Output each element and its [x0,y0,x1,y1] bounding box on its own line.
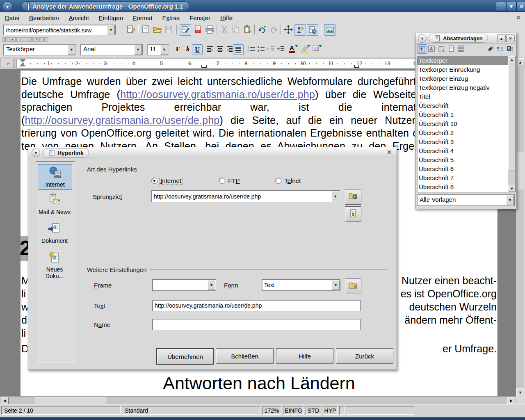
menu-extras[interactable]: Extras [158,13,185,23]
tab-stop-marker[interactable] [354,65,359,68]
url-input[interactable] [4,25,110,36]
window-menu-button[interactable]: ▼ [2,1,13,12]
redo-icon[interactable] [268,24,279,35]
url-field[interactable]: ▼ [3,25,116,35]
bullet-list-icon[interactable] [256,44,266,54]
radio-telnet[interactable]: Telnet [275,177,302,184]
online-layout-icon[interactable] [307,24,318,36]
indent-marker[interactable] [19,59,26,66]
target-combo[interactable]: ▼ [151,190,340,202]
style-item[interactable]: Textkörper Einzug [417,74,515,83]
style-item[interactable]: Überschrift 4 [417,146,515,155]
status-insert-mode[interactable]: EINFG [283,406,304,415]
update-style-icon[interactable]: ¶ [506,44,515,53]
align-justify-icon[interactable] [233,44,244,55]
frame-styles-icon[interactable] [437,44,446,53]
scroll-down-button[interactable]: ▼ [508,185,516,192]
size-dropdown-arrow[interactable]: ▼ [160,45,168,55]
horizontal-scrollbar[interactable]: ◀ ▶ [0,396,516,404]
menu-datei[interactable]: Datei [0,13,24,23]
status-pagestyle[interactable]: Standard [122,406,260,415]
hyperlink-bar-icon[interactable] [294,24,306,36]
hyperlink-text[interactable]: http://oosurvey.gratismania.ro/user/de.p… [25,114,220,126]
export-pdf-icon[interactable]: PDF [193,24,203,35]
undo-icon[interactable] [257,24,267,35]
style-item[interactable]: Überschrift [417,101,515,110]
form-input[interactable] [262,280,333,290]
save-icon[interactable] [163,24,174,35]
font-name-combo[interactable]: Arial ▼ [80,44,143,55]
direct-cursor-icon[interactable] [283,24,294,35]
increase-indent-icon[interactable] [276,44,285,54]
menu-ansicht[interactable]: Ansicht [64,13,94,23]
category-mail-news[interactable]: Mail & News [38,194,71,215]
stylist-titlebar[interactable]: ▼ Absatzvorlagen ▲ ✕ [415,33,516,43]
underline-icon[interactable]: U [192,44,203,55]
print-icon[interactable] [204,24,215,35]
style-item[interactable]: Überschrift 7 [417,173,515,183]
close-button[interactable]: ✕ [516,2,525,11]
paragraph-styles-icon[interactable]: ¶ [417,44,427,54]
style-item[interactable]: Überschrift 6 [417,164,515,173]
new-style-from-selection-icon[interactable]: ¶ [496,44,505,53]
frame-input[interactable] [153,280,209,290]
form-dropdown-arrow[interactable]: ▼ [332,280,340,290]
events-button[interactable] [345,278,361,294]
character-styles-icon[interactable]: A [427,44,436,53]
form-combo[interactable]: ▼ [262,279,340,291]
style-dropdown-arrow[interactable]: ▼ [68,45,75,55]
scroll-left-button[interactable]: ◀ [1,397,9,404]
gallery-icon[interactable] [324,24,336,36]
close-document-icon[interactable]: ✕ [516,14,521,21]
style-list[interactable]: Textkörper Textkörper Einrückung Textkör… [417,56,516,192]
stylist-rollup-button[interactable]: ▲ [497,34,506,42]
target-in-document-button[interactable] [345,206,361,222]
help-button[interactable]: Hilfe [276,348,333,364]
toolbar-stub-handle[interactable]: ▼ [2,37,28,42]
menu-hilfe[interactable]: Hilfe [215,13,237,23]
toolbar-stub-tools[interactable]: ✎ [27,37,48,42]
list-styles-icon[interactable] [457,44,466,53]
hyperlink-dialog-titlebar[interactable]: ▼ Hyperlink ✕ [28,147,397,158]
vertical-scrollbar[interactable]: ▲ ▼ [516,58,524,396]
open-icon[interactable] [152,24,162,35]
align-left-icon[interactable] [205,44,215,54]
scroll-up-button[interactable]: ▲ [516,58,524,66]
edit-file-icon[interactable] [126,24,136,35]
numbered-list-icon[interactable]: 12 [246,44,256,54]
frame-dropdown-arrow[interactable]: ▼ [208,280,215,290]
edit-mode-icon[interactable] [180,24,191,36]
style-filter-combo[interactable]: Alle Vorlagen ▼ [417,194,515,206]
style-item[interactable]: Überschrift 1 [417,110,515,119]
text-input[interactable] [152,300,361,311]
scroll-up-button[interactable]: ▲ [508,56,516,63]
status-hyperlink-mode[interactable]: HYP [323,406,338,415]
status-selection-mode[interactable]: STD [306,406,321,415]
font-dropdown-arrow[interactable]: ▼ [134,45,142,55]
frame-combo[interactable]: ▼ [152,279,216,291]
cut-icon[interactable] [219,24,230,35]
paste-icon[interactable] [242,24,253,35]
filter-dropdown-arrow[interactable]: ▼ [506,195,514,205]
status-zoom[interactable]: 172% [262,406,281,415]
hyperlink-text[interactable]: http://oosurvey.gratismania.ro/user/de.p… [120,89,315,100]
font-color-icon[interactable]: A [287,44,298,54]
style-item[interactable]: Überschrift 5 [417,155,515,164]
bold-icon[interactable]: F [173,44,183,54]
style-item-selected[interactable]: Textkörper [417,56,515,65]
decrease-indent-icon[interactable] [266,44,276,54]
style-item[interactable]: Überschrift 3 [417,137,515,146]
italic-icon[interactable]: k [183,44,193,54]
style-item[interactable]: Überschrift 10 [417,119,515,128]
www-browser-button[interactable] [345,189,361,205]
style-item[interactable]: Textkörper Einrückung [417,65,515,74]
vertical-scroll-thumb[interactable] [516,152,524,190]
style-scroll-thumb[interactable] [508,63,516,171]
fill-format-icon[interactable] [486,44,495,53]
scroll-down-button[interactable]: ▼ [516,388,524,396]
close-dialog-button[interactable]: Schließen [216,348,274,364]
apply-button[interactable]: Übernehmen [156,348,214,365]
dialog-close-icon[interactable]: ✕ [387,149,392,155]
url-dropdown-arrow[interactable]: ▼ [107,25,115,34]
category-dokument[interactable]: Dokument [38,222,71,244]
